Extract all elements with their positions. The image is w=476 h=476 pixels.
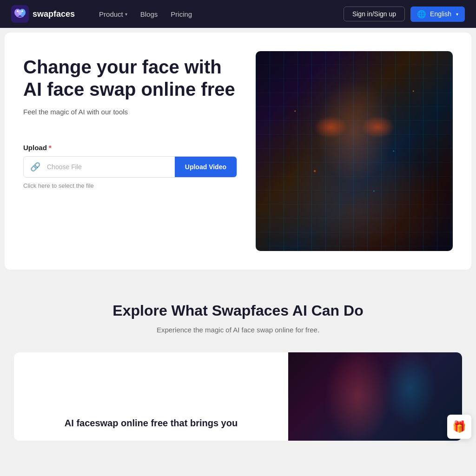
logo-icon — [11, 5, 29, 23]
language-icon: 🌐 — [417, 10, 426, 19]
hero-image — [256, 51, 453, 251]
language-label: English — [430, 10, 451, 18]
hero-image-placeholder — [256, 51, 453, 251]
required-star: * — [49, 144, 52, 152]
upload-input-row[interactable]: 🔗 Choose File Upload Video — [23, 156, 237, 178]
gift-icon: 🎁 — [452, 420, 466, 433]
nav-blogs[interactable]: Blogs — [135, 7, 164, 21]
nav-product-label: Product — [99, 10, 123, 18]
hero-section: Change your face with AI face swap onlin… — [5, 33, 471, 270]
upload-hint: Click here to select the file — [23, 182, 237, 189]
svg-point-3 — [18, 10, 22, 15]
card-right-image — [288, 352, 462, 441]
upload-container: Upload * 🔗 Choose File Upload Video Clic… — [23, 144, 237, 189]
gift-button[interactable]: 🎁 — [447, 415, 471, 439]
hero-left: Change your face with AI face swap onlin… — [23, 51, 237, 189]
card-title: AI faceswap online free that brings you — [28, 418, 274, 429]
upload-label: Upload * — [23, 144, 237, 152]
svg-point-4 — [17, 10, 19, 12]
explore-title: Explore What Swapfaces AI Can Do — [9, 302, 467, 319]
choose-file-text: Choose File — [47, 157, 175, 177]
nav-blogs-label: Blogs — [140, 10, 158, 18]
explore-subtitle: Experience the magic of AI face swap onl… — [9, 326, 467, 334]
card-image-overlay — [288, 352, 462, 441]
nav-pricing-label: Pricing — [171, 10, 192, 18]
upload-video-button[interactable]: Upload Video — [175, 157, 237, 177]
link-icon: 🔗 — [24, 162, 47, 172]
card-left: AI faceswap online free that brings you — [14, 352, 288, 441]
cards-row: AI faceswap online free that brings you — [14, 352, 462, 441]
signin-button[interactable]: Sign in/Sign up — [344, 7, 405, 21]
explore-section: Explore What Swapfaces AI Can Do Experie… — [0, 274, 476, 459]
language-chevron-icon: ▾ — [456, 12, 458, 17]
language-button[interactable]: 🌐 English ▾ — [410, 7, 465, 22]
logo-text: swapfaces — [33, 9, 75, 19]
product-chevron-icon: ▾ — [125, 12, 127, 17]
navbar-links: Product ▾ Blogs Pricing — [93, 7, 198, 21]
svg-point-5 — [21, 10, 23, 12]
navbar: swapfaces Product ▾ Blogs Pricing Sign i… — [0, 0, 476, 28]
glow-dots-decoration — [256, 51, 453, 251]
logo-link[interactable]: swapfaces — [11, 5, 75, 23]
nav-product[interactable]: Product ▾ — [93, 7, 133, 21]
navbar-right: Sign in/Sign up 🌐 English ▾ — [344, 7, 465, 22]
hero-title: Change your face with AI face swap onlin… — [23, 56, 237, 100]
hero-subtitle: Feel the magic of AI with our tools — [23, 108, 237, 116]
nav-pricing[interactable]: Pricing — [165, 7, 198, 21]
